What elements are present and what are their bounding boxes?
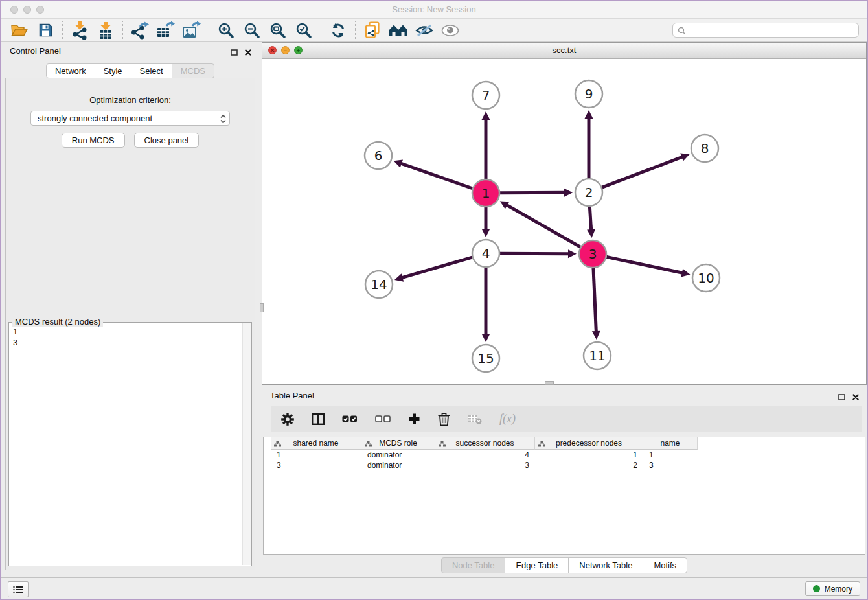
- run-mcds-button[interactable]: Run MCDS: [62, 133, 125, 148]
- tab-network[interactable]: Network: [46, 63, 95, 78]
- graph-edge-4-14[interactable]: [402, 257, 472, 278]
- table-cell[interactable]: 4: [435, 450, 535, 460]
- table-cell[interactable]: 1: [535, 450, 643, 460]
- clone-network-button[interactable]: [360, 20, 385, 41]
- show-all-button[interactable]: [437, 20, 463, 41]
- graph-edge-1-6[interactable]: [400, 163, 472, 189]
- network-canvas[interactable]: 7968124314101511: [262, 58, 866, 384]
- graph-node-label-2: 2: [585, 185, 593, 200]
- table-row[interactable]: 1dominator411: [271, 450, 698, 460]
- list-icon: [13, 586, 23, 594]
- add-row-button[interactable]: [408, 413, 420, 425]
- graph-edge-2-8[interactable]: [602, 157, 683, 187]
- network-minimize-button[interactable]: −: [281, 46, 290, 54]
- show-column-button[interactable]: [312, 413, 325, 425]
- close-panel-icon[interactable]: [245, 47, 251, 58]
- table-cell[interactable]: 3: [271, 460, 361, 470]
- network-maximize-button[interactable]: +: [294, 46, 303, 54]
- table-header-row: shared nameMCDS rolesuccessor nodesprede…: [271, 437, 698, 450]
- graph-arrowhead: [592, 331, 600, 340]
- export-table-button[interactable]: [153, 20, 179, 41]
- column-header-shared-name[interactable]: shared name: [271, 437, 361, 450]
- graph-node-label-10: 10: [698, 270, 714, 286]
- search-icon: [678, 26, 686, 38]
- float-panel-icon[interactable]: [838, 391, 845, 403]
- table-panel-title: Table Panel: [270, 391, 314, 400]
- column-header-MCDS-role[interactable]: MCDS role: [361, 437, 435, 450]
- network-window-titlebar[interactable]: ✕ − + scc.txt: [262, 43, 866, 59]
- save-session-button[interactable]: [32, 20, 58, 41]
- tab-motifs[interactable]: Motifs: [643, 557, 687, 573]
- import-network-button[interactable]: [67, 20, 93, 41]
- table-cell[interactable]: 3: [435, 460, 535, 470]
- column-header-predecessor-nodes[interactable]: predecessor nodes: [535, 437, 643, 450]
- graph-arrowhead: [482, 229, 490, 237]
- network-close-button[interactable]: ✕: [268, 46, 277, 54]
- import-network-icon: [71, 21, 88, 40]
- column-settings-button[interactable]: [281, 413, 294, 426]
- close-panel-button[interactable]: Close panel: [134, 133, 200, 148]
- select-all-button[interactable]: [342, 415, 358, 422]
- table-cell[interactable]: 2: [535, 460, 643, 470]
- graph-arrowhead: [394, 273, 404, 281]
- trash-icon: [438, 412, 450, 426]
- criterion-select[interactable]: strongly connected component: [30, 111, 230, 126]
- tab-edge-table[interactable]: Edge Table: [505, 557, 569, 573]
- mcds-result-text[interactable]: 1 3: [10, 324, 242, 565]
- float-panel-icon[interactable]: [231, 47, 238, 58]
- graph-node-label-4: 4: [482, 246, 490, 261]
- column-header-name[interactable]: name: [643, 437, 698, 450]
- table-cell[interactable]: dominator: [361, 460, 435, 470]
- tab-node-table[interactable]: Node Table: [441, 557, 506, 573]
- refresh-network-button[interactable]: [325, 20, 351, 41]
- tab-network-table[interactable]: Network Table: [568, 557, 643, 573]
- graph-edge-3-11[interactable]: [593, 268, 596, 332]
- table-cell[interactable]: 1: [643, 450, 698, 460]
- column-header-successor-nodes[interactable]: successor nodes: [435, 437, 535, 450]
- first-neighbors-button[interactable]: [385, 20, 411, 41]
- graph-arrowhead: [394, 159, 403, 167]
- memory-button[interactable]: Memory: [805, 581, 860, 596]
- graph-node-label-8: 8: [701, 141, 709, 156]
- delete-column-button[interactable]: [468, 414, 482, 424]
- zoom-selected-button[interactable]: [291, 20, 317, 41]
- graph-edge-2-3[interactable]: [589, 207, 591, 231]
- open-session-button[interactable]: [6, 20, 32, 41]
- graph-edge-3-1[interactable]: [506, 205, 580, 247]
- table-row[interactable]: 3dominator323: [271, 460, 698, 470]
- zoom-in-button[interactable]: [213, 20, 239, 41]
- vertical-splitter-handle[interactable]: [260, 303, 264, 312]
- memory-status-icon: [813, 585, 820, 592]
- graph-arrowhead: [568, 249, 577, 258]
- eye-icon: [441, 25, 459, 36]
- table-cell[interactable]: 3: [643, 460, 698, 470]
- table-cell[interactable]: 1: [271, 450, 361, 460]
- export-image-button[interactable]: [179, 20, 205, 41]
- search-box: [672, 23, 859, 38]
- import-table-button[interactable]: [93, 20, 119, 41]
- search-input[interactable]: [672, 23, 859, 38]
- control-panel-header: Control Panel: [1, 42, 259, 59]
- graph-edge-1-2[interactable]: [500, 192, 565, 193]
- function-builder-button[interactable]: f(x): [499, 412, 516, 426]
- zoom-out-button[interactable]: [239, 20, 265, 41]
- close-panel-icon[interactable]: [852, 391, 859, 403]
- table-cell[interactable]: dominator: [361, 450, 435, 460]
- column-header-label: successor nodes: [455, 439, 514, 448]
- tab-mcds[interactable]: MCDS: [172, 63, 214, 78]
- mcds-result-scrollbar[interactable]: [242, 323, 251, 565]
- export-network-button[interactable]: [127, 20, 153, 41]
- graph-arrowhead: [482, 111, 490, 120]
- graph-edge-4-3[interactable]: [500, 253, 569, 254]
- hide-selected-button[interactable]: [411, 20, 437, 41]
- graph-edge-3-10[interactable]: [607, 257, 683, 273]
- zoom-fit-button[interactable]: [265, 20, 291, 41]
- open-folder-icon: [11, 23, 28, 37]
- task-history-button[interactable]: [8, 581, 29, 597]
- delete-row-button[interactable]: [438, 412, 450, 426]
- tab-select[interactable]: Select: [131, 63, 172, 78]
- tab-style[interactable]: Style: [95, 63, 131, 78]
- unselect-all-button[interactable]: [375, 415, 391, 422]
- plus-icon: [408, 413, 420, 425]
- horizontal-splitter-handle[interactable]: [545, 381, 554, 385]
